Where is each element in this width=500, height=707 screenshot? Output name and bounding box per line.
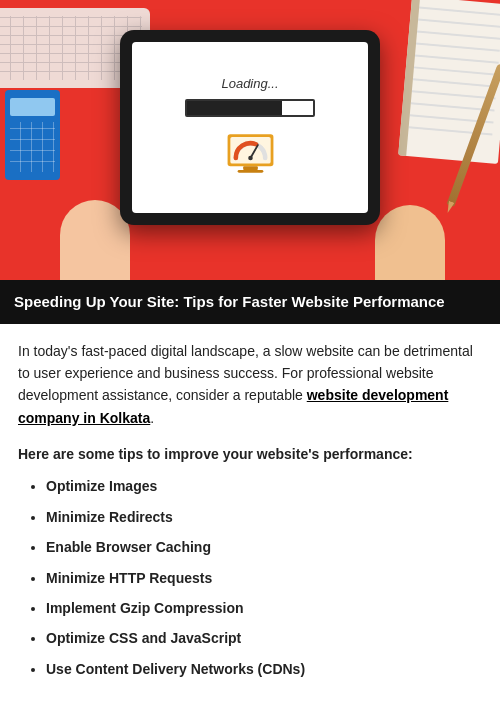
calculator-decoration [5,90,60,180]
intro-paragraph: In today's fast-paced digital landscape,… [18,340,482,430]
list-item: Enable Browser Caching [46,536,482,558]
notebook-decoration [398,0,500,164]
list-item: Minimize HTTP Requests [46,567,482,589]
intro-text-end: . [150,410,154,426]
tips-heading: Here are some tips to improve your websi… [18,443,482,465]
svg-rect-4 [243,166,258,170]
article-title-bar: Speeding Up Your Site: Tips for Faster W… [0,280,500,324]
list-item: Optimize CSS and JavaScript [46,627,482,649]
tablet-screen: Loading... [132,42,368,213]
progress-bar-container [185,99,315,117]
article-content: In today's fast-paced digital landscape,… [0,324,500,705]
hero-image: Loading... [0,0,500,280]
list-item: Optimize Images [46,475,482,497]
tablet-device: Loading... [120,30,380,225]
svg-rect-5 [237,169,263,172]
hand-right [375,205,445,280]
svg-point-3 [248,155,253,160]
tips-list: Optimize Images Minimize Redirects Enabl… [18,475,482,680]
list-item: Minimize Redirects [46,506,482,528]
progress-bar-fill [187,101,282,115]
tablet: Loading... [120,30,380,225]
article-title: Speeding Up Your Site: Tips for Faster W… [14,293,445,310]
speedometer-icon [223,125,278,180]
list-item: Use Content Delivery Networks (CDNs) [46,658,482,680]
list-item: Implement Gzip Compression [46,597,482,619]
loading-text: Loading... [221,76,278,91]
